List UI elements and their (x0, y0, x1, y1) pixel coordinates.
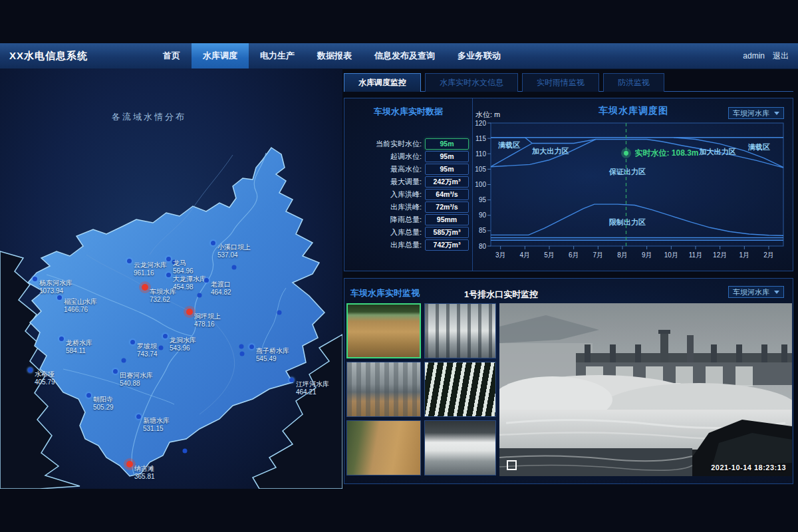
field-value: 95mm (425, 214, 469, 225)
camera-reservoir-select[interactable]: 车坝河水库 (728, 286, 784, 298)
station-dot-icon (289, 378, 294, 382)
live-video-title: 1号排水口实时监控 (464, 289, 538, 301)
camera-thumbnail[interactable] (424, 362, 496, 417)
station-name: 车坝水库 (150, 288, 176, 296)
svg-text:7月: 7月 (593, 251, 604, 259)
field-label: 出库洪峰: (390, 202, 422, 212)
data-field-row: 出库洪峰:72m³/s (344, 201, 469, 212)
svg-text:3月: 3月 (495, 251, 506, 259)
station-name: 小溪口坝上 (217, 243, 251, 251)
svg-text:80: 80 (479, 243, 487, 250)
data-field-row: 出库总量:742万m³ (344, 239, 469, 250)
field-value: 242万m³ (425, 176, 469, 188)
station-name: 纳吉滩 (134, 465, 155, 473)
station-dot-icon (166, 257, 171, 261)
nav-item[interactable]: 水库调度 (192, 43, 249, 68)
svg-text:85: 85 (479, 227, 487, 234)
camera-reservoir-select-value: 车坝河水库 (733, 287, 769, 297)
realtime-data-fields: 当前实时水位:95m起调水位:95m最高水位:95m最大调量:242万m³入库洪… (344, 138, 469, 252)
svg-text:满载区: 满载区 (498, 141, 520, 149)
alert-marker-icon (142, 284, 148, 291)
station-value: 454.98 (173, 283, 206, 291)
field-value: 585万m³ (425, 227, 469, 238)
field-label: 起调水位: (390, 152, 422, 162)
realtime-data-title: 车坝水库实时数据 (344, 106, 472, 118)
camera-thumbnail[interactable] (424, 303, 496, 358)
station-name: 新塘水库 (143, 417, 170, 425)
station-value: 1466.76 (64, 306, 97, 314)
nav-item[interactable]: 数据报表 (306, 43, 363, 68)
station-dot-icon (113, 369, 118, 374)
tab[interactable]: 防洪监视 (603, 73, 664, 92)
station-name: 云龙河水库 (134, 261, 167, 269)
video-monitor-panel: 车坝水库实时监视 1号排水口实时监控 车坝河水库 (344, 278, 793, 484)
dispatch-chart: 水位: m120115110105100959085803月4月5月6月7月8月… (473, 98, 794, 272)
field-label: 入库总量: (390, 227, 422, 237)
station-name: 龙洞水库 (170, 336, 196, 344)
station-value: 531.15 (143, 425, 170, 433)
data-field-row: 最大调量:242万m³ (344, 176, 469, 187)
stop-record-icon[interactable] (507, 460, 517, 470)
basin-map (0, 68, 342, 489)
nav-item[interactable]: 首页 (152, 43, 192, 68)
svg-text:加大出力区: 加大出力区 (531, 147, 569, 155)
field-value: 95m (425, 151, 469, 162)
station-value: 464.21 (296, 388, 329, 396)
field-value: 72m³/s (425, 201, 469, 213)
data-field-row: 最高水位:95m (344, 164, 469, 174)
nav-item[interactable]: 信息发布及查询 (363, 43, 446, 68)
station-name: 大龙潭水库 (173, 275, 206, 283)
field-value: 95m (425, 138, 469, 150)
field-value: 742万m³ (425, 239, 469, 251)
svg-text:水位: m: 水位: m (475, 110, 500, 118)
nav-menu: 首页水库调度电力生产数据报表信息发布及查询多业务联动 (152, 43, 512, 68)
field-label: 入库洪峰: (390, 190, 422, 200)
station-name: 老渡口 (211, 281, 231, 289)
alert-marker-icon (186, 309, 193, 315)
station-dot-icon (204, 278, 209, 283)
dispatch-panel: 车坝水库实时数据 当前实时水位:95m起调水位:95m最高水位:95m最大调量:… (344, 98, 793, 271)
svg-text:115: 115 (475, 135, 486, 142)
field-value: 95m (425, 164, 469, 175)
station-name: 水布垭 (35, 370, 55, 378)
station-value: 543.96 (170, 344, 196, 352)
camera-thumbnail[interactable] (346, 303, 421, 358)
station-name: 江坪河水库 (296, 380, 329, 388)
nav-item[interactable]: 多业务联动 (446, 43, 512, 68)
live-video-frame[interactable]: 2021-10-14 18:23:13 (499, 303, 792, 476)
field-label: 降雨总量: (390, 215, 422, 225)
data-field-row: 降雨总量:95mm (344, 214, 469, 225)
svg-text:100: 100 (475, 181, 486, 188)
camera-thumbnail[interactable] (424, 420, 496, 475)
station-value: 405.79 (35, 378, 55, 386)
svg-text:加大出力区: 加大出力区 (699, 148, 736, 156)
tab[interactable]: 水库实时水文信息 (425, 73, 518, 92)
svg-text:8月: 8月 (617, 251, 628, 259)
station-value: 464.82 (211, 289, 231, 297)
username: admin (743, 51, 765, 61)
field-value: 64m³/s (425, 189, 469, 200)
camera-thumbnail[interactable] (346, 420, 421, 475)
station-dot-icon (136, 414, 141, 419)
svg-text:保证出力区: 保证出力区 (608, 168, 646, 176)
tab[interactable]: 水库调度监控 (344, 73, 421, 92)
station-value: 564.96 (173, 267, 194, 275)
station-value: 732.62 (150, 296, 176, 304)
station-value: 545.49 (256, 355, 289, 363)
svg-text:95: 95 (479, 196, 487, 203)
station-dot-icon (57, 295, 62, 300)
spillway-video-still (499, 303, 792, 476)
nav-item[interactable]: 电力生产 (249, 43, 306, 68)
svg-text:9月: 9月 (642, 251, 652, 259)
svg-text:10月: 10月 (664, 251, 678, 259)
station-name: 杨东河水库 (39, 279, 72, 287)
monitor-tabbar: 水库调度监控水库实时水文信息实时雨情监视防洪监视 (344, 73, 793, 92)
station-dot-icon (249, 344, 254, 349)
svg-text:6月: 6月 (569, 251, 579, 259)
camera-list-title: 车坝水库实时监视 (350, 287, 420, 299)
logout-link[interactable]: 退出 (773, 51, 789, 62)
station-dot-icon (166, 273, 171, 277)
tab[interactable]: 实时雨情监视 (522, 73, 599, 92)
camera-thumbnail[interactable] (346, 362, 421, 417)
svg-text:实时水位: 108.3m: 实时水位: 108.3m (635, 148, 699, 158)
